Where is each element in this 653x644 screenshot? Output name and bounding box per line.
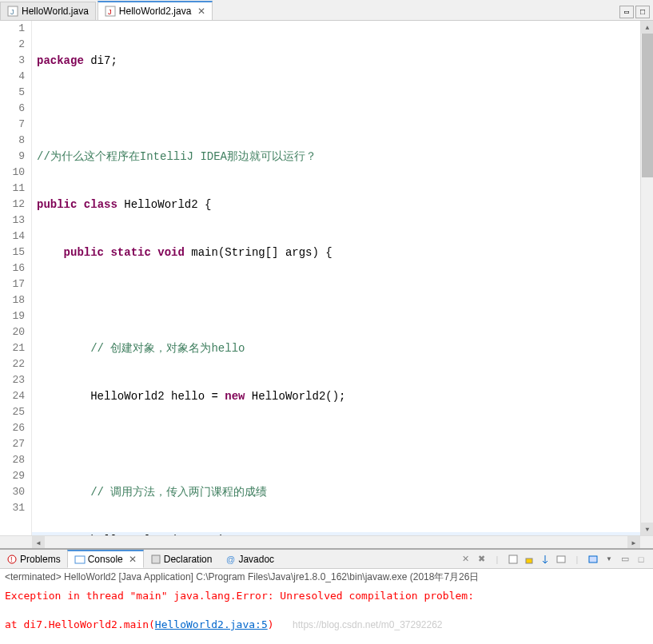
maximize-icon[interactable]: □ <box>634 552 648 566</box>
editor-tabs: J HelloWorld.java J HelloWorld2.java ✕ ▭… <box>0 0 653 21</box>
scroll-left-icon[interactable]: ◀ <box>32 536 45 549</box>
line-number: 20 <box>0 324 25 340</box>
svg-text:@: @ <box>226 555 235 564</box>
open-console-icon[interactable] <box>586 552 600 566</box>
line-number: 22 <box>0 356 25 372</box>
tab-javadoc[interactable]: @ Javadoc <box>218 551 281 567</box>
svg-rect-9 <box>509 555 517 563</box>
line-number: 25 <box>0 404 25 420</box>
svg-text:!: ! <box>10 555 13 563</box>
display-selected-icon[interactable] <box>554 552 568 566</box>
console-icon <box>74 554 86 565</box>
line-number: 9 <box>0 149 25 165</box>
line-number: 26 <box>0 420 25 436</box>
svg-rect-10 <box>526 559 532 563</box>
line-number-gutter: 1 2 3 4 5 6 7 8 9 10 11 12 13 14 15 16 1… <box>0 21 32 535</box>
line-number: 3 <box>0 53 25 69</box>
line-number: 1 <box>0 21 25 37</box>
divider: | <box>570 552 584 566</box>
line-number: 8 <box>0 133 25 149</box>
clear-console-icon[interactable] <box>506 552 520 566</box>
scroll-down-icon[interactable]: ▼ <box>641 523 653 535</box>
bottom-panel: ! Problems Console ✕ Declaration @ Javad… <box>0 548 653 644</box>
tab-helloworld-java[interactable]: J HelloWorld.java <box>0 2 96 20</box>
line-number: 12 <box>0 197 25 213</box>
line-number: 16 <box>0 260 25 276</box>
tab-label: HelloWorld.java <box>22 6 89 17</box>
line-number: 2 <box>0 37 25 53</box>
console-output[interactable]: Exception in thread "main" java.lang.Err… <box>0 586 653 635</box>
java-file-icon: J <box>7 6 18 17</box>
scroll-up-icon[interactable]: ▲ <box>641 21 653 34</box>
svg-rect-6 <box>75 556 85 563</box>
scroll-lock-icon[interactable] <box>522 552 536 566</box>
line-number: 6 <box>0 101 25 117</box>
line-number: 23 <box>0 372 25 388</box>
line-number: 18 <box>0 292 25 308</box>
line-number: 14 <box>0 229 25 244</box>
editor-area: 1 2 3 4 5 6 7 8 9 10 11 12 13 14 15 16 1… <box>0 21 653 535</box>
source-link[interactable]: HelloWorld2.java:5 <box>155 618 268 630</box>
line-number: 27 <box>0 436 25 452</box>
line-number: 24 <box>0 388 25 404</box>
console-toolbar: ✕ ✖ | | ▼ ▭ □ <box>453 552 653 566</box>
declaration-icon <box>150 554 161 565</box>
scroll-thumb[interactable] <box>642 34 653 177</box>
remove-launch-icon[interactable]: ✕ <box>458 552 472 566</box>
horizontal-scrollbar[interactable]: ◀ ▶ <box>0 535 653 548</box>
watermark: https://blog.csdn.net/m0_37292262 <box>293 619 442 630</box>
problems-icon: ! <box>6 554 18 565</box>
line-number: 29 <box>0 468 25 484</box>
line-number: 7 <box>0 117 25 133</box>
line-number: 19 <box>0 308 25 324</box>
error-line: Exception in thread "main" java.lang.Err… <box>5 589 648 603</box>
window-controls: ▭ □ <box>616 4 653 20</box>
vertical-scrollbar[interactable]: ▲ ▼ <box>640 21 653 535</box>
svg-rect-12 <box>589 556 597 563</box>
svg-rect-7 <box>152 555 160 563</box>
minimize-button[interactable]: ▭ <box>619 6 634 18</box>
tab-label: HelloWorld2.java <box>119 6 192 17</box>
tab-helloworld2-java[interactable]: J HelloWorld2.java ✕ <box>98 1 213 20</box>
javadoc-icon: @ <box>225 554 236 565</box>
stack-trace-line: at di7.HelloWorld2.main(HelloWorld2.java… <box>5 618 648 632</box>
line-number: 5 <box>0 85 25 101</box>
line-number: 17 <box>0 276 25 292</box>
error-line <box>5 603 648 618</box>
bottom-tabs: ! Problems Console ✕ Declaration @ Javad… <box>0 550 653 569</box>
svg-text:J: J <box>108 8 112 16</box>
scroll-right-icon[interactable]: ▶ <box>627 536 640 549</box>
java-file-icon: J <box>105 6 116 17</box>
line-number: 15 <box>0 244 25 260</box>
tab-problems[interactable]: ! Problems <box>0 551 67 567</box>
line-number: 11 <box>0 181 25 197</box>
tab-declaration[interactable]: Declaration <box>144 551 219 567</box>
divider: | <box>490 552 504 566</box>
svg-text:J: J <box>10 8 14 16</box>
close-icon[interactable]: ✕ <box>129 554 137 565</box>
console-header: <terminated> HelloWorld2 [Java Applicati… <box>0 569 653 586</box>
line-number: 30 <box>0 484 25 500</box>
line-number: 31 <box>0 500 25 516</box>
line-number: 28 <box>0 452 25 468</box>
svg-rect-11 <box>557 556 565 563</box>
line-number: 10 <box>0 165 25 181</box>
pin-console-icon[interactable] <box>538 552 552 566</box>
minimize-icon[interactable]: ▭ <box>618 552 632 566</box>
dropdown-icon[interactable]: ▼ <box>602 552 616 566</box>
line-number: 21 <box>0 340 25 356</box>
close-icon[interactable]: ✕ <box>197 6 205 17</box>
maximize-button[interactable]: □ <box>635 6 650 18</box>
line-number: 4 <box>0 69 25 85</box>
line-number: 13 <box>0 213 25 229</box>
tab-console[interactable]: Console ✕ <box>67 550 144 568</box>
code-editor[interactable]: package di7; //为什么这个程序在IntelliJ IDEA那边就可… <box>32 21 640 535</box>
remove-all-icon[interactable]: ✖ <box>474 552 488 566</box>
